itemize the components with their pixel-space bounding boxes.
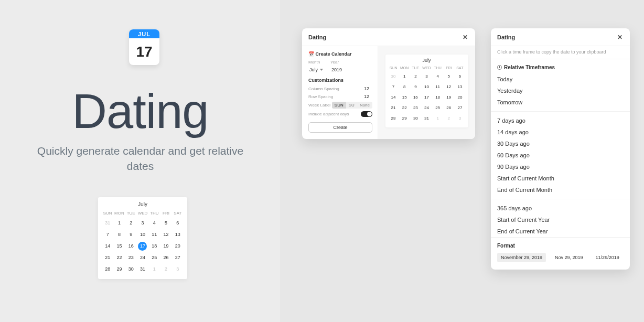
calendar-day: 16: [125, 240, 137, 252]
day-of-week-header: WED: [421, 65, 432, 71]
timeframe-item[interactable]: 30 Days ago: [497, 138, 624, 149]
calendar-day: 28: [102, 263, 113, 275]
calendar-day: 14: [388, 92, 399, 102]
calendar-day: 24: [137, 252, 148, 263]
calendar-day: 29: [113, 263, 125, 275]
calendar-day: 8: [399, 81, 410, 92]
calendar-day: 1: [113, 217, 125, 229]
clock-icon: [497, 65, 502, 70]
calendar-day: 4: [432, 71, 443, 81]
calendar-day: 27: [172, 252, 184, 263]
calendar-day: 7: [102, 229, 113, 240]
calendar-day: 25: [148, 252, 160, 263]
timeframe-item[interactable]: Today: [497, 73, 624, 85]
create-calendar-heading: 📅 Create Calendar: [308, 51, 372, 57]
day-of-week-header: THU: [432, 65, 443, 71]
calendar-day: 2: [443, 113, 454, 123]
hero-title: Dating: [0, 84, 281, 139]
day-of-week-header: SAT: [454, 65, 465, 71]
timeframe-item[interactable]: Start of Current Month: [497, 173, 624, 184]
month-label: Month: [308, 60, 323, 65]
timeframe-item[interactable]: Tomorrow: [497, 96, 624, 108]
timeframe-item[interactable]: 60 Days ago: [497, 149, 624, 161]
timeframe-item[interactable]: 7 days ago: [497, 115, 624, 126]
calendar-day: 2: [160, 263, 171, 275]
format-label: Format: [497, 243, 624, 249]
calendar-day: 1: [432, 113, 443, 123]
calendar-day: 6: [454, 71, 465, 81]
calendar-day: 27: [454, 102, 465, 113]
timeframe-item[interactable]: End of Current Year: [497, 226, 624, 237]
calendar-day: 18: [148, 240, 160, 252]
calendar-day: 23: [125, 252, 137, 263]
calendar-day: 8: [113, 229, 125, 240]
generated-month-name: July: [388, 58, 466, 63]
relative-dates-window: Dating ✕ Click a time frame to copy the …: [491, 28, 630, 270]
day-of-week-header: FRI: [160, 209, 171, 217]
calendar-day: 22: [399, 102, 410, 113]
adjacent-days-toggle[interactable]: [361, 111, 372, 117]
timeframe-item[interactable]: Yesterday: [497, 85, 624, 96]
calendar-day: 13: [172, 229, 184, 240]
week-label-segment[interactable]: SUNSUNone: [332, 102, 372, 109]
calendar-day: 20: [454, 92, 465, 102]
calendar-day: 9: [125, 229, 137, 240]
calendar-day: 29: [399, 113, 410, 123]
column-spacing-label: Column Spacing: [308, 87, 339, 91]
close-icon[interactable]: ✕: [461, 33, 469, 41]
calendar-day: 31: [421, 113, 432, 123]
calendar-day: 13: [454, 81, 465, 92]
week-label-option[interactable]: SUN: [332, 102, 346, 109]
calendar-day: 7: [388, 81, 399, 92]
calendar-day: 6: [172, 217, 184, 229]
calendar-day: 25: [432, 102, 443, 113]
day-of-week-header: TUE: [410, 65, 421, 71]
calendar-day: 3: [421, 71, 432, 81]
calendar-day: 30: [410, 113, 421, 123]
calendar-icon: 📅: [308, 51, 314, 57]
year-input[interactable]: 2019: [330, 66, 347, 73]
timeframe-item[interactable]: End of Current Month: [497, 184, 624, 196]
app-icon-month: JUL: [129, 29, 159, 38]
calendar-day: 15: [113, 240, 125, 252]
row-spacing-label: Row Spacing: [308, 94, 333, 99]
calendar-day: 21: [102, 252, 113, 263]
day-of-week-header: WED: [137, 209, 148, 217]
row-spacing-input[interactable]: 12: [364, 94, 372, 99]
format-options: November 29, 2019Nov 29, 201911/29/2019: [497, 253, 624, 262]
week-label-option[interactable]: SU: [346, 102, 357, 109]
calendar-day: 3: [172, 263, 184, 275]
timeframe-item[interactable]: 90 Days ago: [497, 161, 624, 173]
day-of-week-header: TUE: [125, 209, 137, 217]
format-option[interactable]: November 29, 2019: [497, 253, 546, 262]
calendar-day: 30: [125, 263, 137, 275]
calendar-day: 1: [148, 263, 160, 275]
calendar-day: 12: [160, 229, 171, 240]
calendar-day: 17: [137, 240, 148, 252]
calendar-day: 3: [454, 113, 465, 123]
format-option[interactable]: Nov 29, 2019: [551, 253, 587, 262]
create-button[interactable]: Create: [308, 122, 372, 133]
preview-month-name: July: [102, 200, 184, 209]
calendar-day: 11: [148, 229, 160, 240]
calendar-day: 28: [388, 113, 399, 123]
week-label-option[interactable]: None: [357, 102, 372, 109]
calendar-day: 10: [421, 81, 432, 92]
timeframe-item[interactable]: 14 days ago: [497, 126, 624, 138]
column-spacing-input[interactable]: 12: [364, 86, 372, 91]
format-option[interactable]: 11/29/2019: [592, 253, 623, 262]
calendar-day: 16: [410, 92, 421, 102]
settings-pane: 📅 Create Calendar Month July Year 2019 C…: [302, 46, 378, 139]
calendar-preview-pane: July SUNMONTUEWEDTHUFRISAT 3012345678910…: [378, 46, 475, 139]
calendar-day: 30: [388, 71, 399, 81]
calendar-day: 4: [148, 217, 160, 229]
generated-calendar: July SUNMONTUEWEDTHUFRISAT 3012345678910…: [385, 55, 468, 127]
calendar-day: 17: [421, 92, 432, 102]
timeframe-item[interactable]: 365 days ago: [497, 202, 624, 214]
window-title: Dating: [497, 34, 515, 40]
month-select[interactable]: July: [308, 66, 323, 73]
close-icon[interactable]: ✕: [616, 33, 624, 41]
day-of-week-header: MON: [399, 65, 410, 71]
timeframe-item[interactable]: Start of Current Year: [497, 214, 624, 226]
calendar-day: 26: [160, 252, 171, 263]
